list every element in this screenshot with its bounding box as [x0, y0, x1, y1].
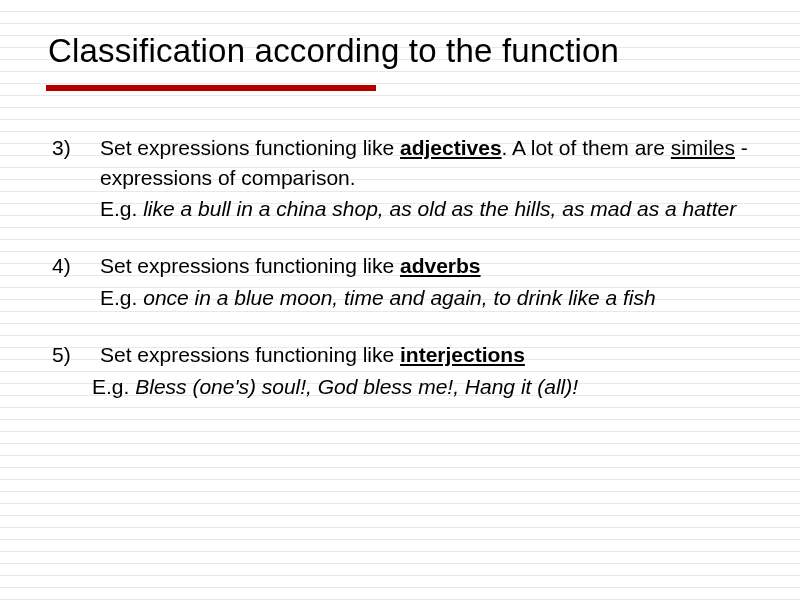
example-text: like a bull in a china shop, as old as t…	[143, 197, 736, 220]
item-number: 4)	[48, 251, 100, 312]
title-rule	[46, 85, 376, 91]
example-line: E.g. Bless (one's) soul!, God bless me!,…	[92, 372, 752, 401]
keyword-secondary: similes	[671, 136, 735, 159]
example-label: E.g.	[100, 197, 143, 220]
item-text: Set expressions functioning like adjecti…	[100, 133, 752, 192]
example-text: Bless (one's) soul!, God bless me!, Hang…	[135, 375, 578, 398]
text-run: . A lot of them are	[502, 136, 671, 159]
list-item: 5) Set expressions functioning like inte…	[48, 340, 752, 401]
item-text: Set expressions functioning like interje…	[100, 340, 752, 369]
example-label: E.g.	[92, 375, 135, 398]
text-run: Set expressions functioning like	[100, 343, 400, 366]
item-body: Set expressions functioning like adjecti…	[100, 133, 752, 223]
example-line: E.g. like a bull in a china shop, as old…	[100, 194, 752, 223]
item-text: Set expressions functioning like adverbs	[100, 251, 752, 280]
slide-content: Classification according to the function…	[0, 0, 800, 431]
keyword: adjectives	[400, 136, 502, 159]
item-body: Set expressions functioning like adverbs…	[100, 251, 752, 312]
example-text: once in a blue moon, time and again, to …	[143, 286, 655, 309]
list-item: 3) Set expressions functioning like adje…	[48, 133, 752, 223]
keyword: interjections	[400, 343, 525, 366]
text-run: Set expressions functioning like	[100, 254, 400, 277]
list-item: 4) Set expressions functioning like adve…	[48, 251, 752, 312]
item-body: Set expressions functioning like interje…	[100, 340, 752, 401]
slide-title: Classification according to the function	[48, 30, 752, 71]
example-label: E.g.	[100, 286, 143, 309]
item-number: 3)	[48, 133, 100, 223]
example-line: E.g. once in a blue moon, time and again…	[100, 283, 752, 312]
keyword: adverbs	[400, 254, 481, 277]
text-run: Set expressions functioning like	[100, 136, 400, 159]
